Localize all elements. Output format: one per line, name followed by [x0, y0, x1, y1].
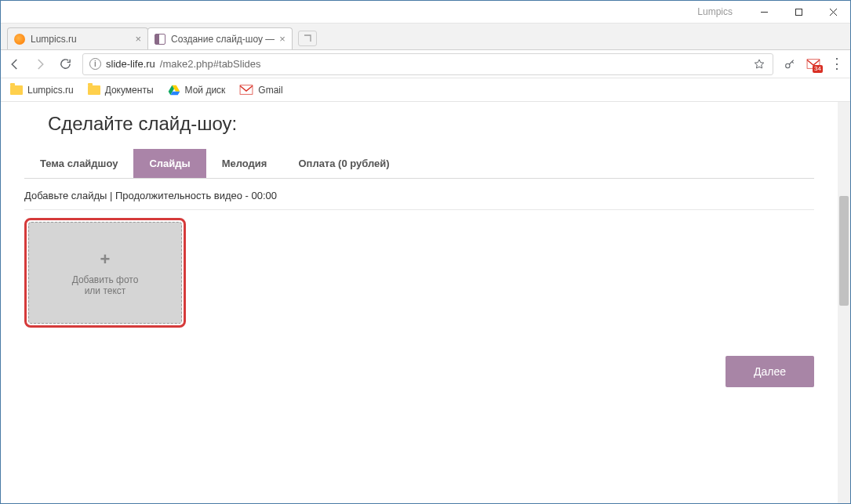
next-row: Далее [24, 356, 814, 387]
new-tab-button[interactable] [298, 31, 317, 46]
tab-theme[interactable]: Тема слайдшоу [24, 149, 133, 178]
tab-payment[interactable]: Оплата (0 рублей) [282, 149, 405, 178]
bookmark-lumpics[interactable]: Lumpics.ru [10, 85, 74, 96]
gmail-badge-count: 34 [813, 65, 823, 73]
browser-tab-lumpics[interactable]: Lumpics.ru × [7, 27, 148, 49]
minimize-button[interactable] [747, 1, 781, 24]
svg-rect-6 [240, 85, 253, 95]
tab-title: Lumpics.ru [31, 34, 130, 45]
window: Lumpics Lumpics.ru × Создание слайд-шоу … [0, 0, 851, 504]
back-button[interactable] [7, 56, 23, 72]
site-info-icon[interactable]: i [89, 58, 101, 70]
svg-point-4 [786, 63, 790, 67]
page-heading: Сделайте слайд-шоу: [48, 113, 814, 135]
page-content: Сделайте слайд-шоу: Тема слайдшоу Слайды… [1, 102, 838, 503]
tab-slides[interactable]: Слайды [133, 149, 205, 178]
site-icon [155, 34, 165, 45]
address-bar[interactable]: i slide-life.ru/make2.php#tabSlides [82, 53, 773, 75]
page-tabs: Тема слайдшоу Слайды Мелодия Оплата (0 р… [24, 149, 814, 179]
browser-tab-slideshow[interactable]: Создание слайд-шоу — × [147, 27, 293, 49]
tab-melody[interactable]: Мелодия [206, 149, 283, 178]
url-path: /make2.php#tabSlides [160, 58, 261, 70]
bookmark-documents[interactable]: Документы [88, 85, 154, 96]
svg-rect-1 [795, 9, 802, 15]
maximize-button[interactable] [781, 1, 816, 24]
bookmark-star-icon[interactable] [752, 57, 766, 71]
os-titlebar: Lumpics [1, 1, 850, 24]
site-icon [14, 34, 25, 45]
bookmark-label: Lumpics.ru [27, 85, 74, 96]
close-button[interactable] [816, 1, 850, 24]
bookmark-label: Gmail [258, 85, 282, 96]
reload-button[interactable] [57, 56, 73, 72]
browser-menu-button[interactable]: ⋮ [830, 57, 844, 71]
forward-button[interactable] [32, 56, 48, 72]
add-slide-highlight: + Добавить фото или текст [24, 218, 186, 328]
browser-tabstrip: Lumpics.ru × Создание слайд-шоу — × [1, 24, 850, 50]
vertical-scrollbar[interactable] [838, 102, 850, 503]
key-icon[interactable] [783, 57, 797, 71]
slides-subline: Добавьте слайды | Продолжительность виде… [24, 185, 814, 210]
bookmark-label: Документы [105, 85, 154, 96]
plus-icon: + [100, 249, 111, 270]
bookmark-label: Мой диск [185, 85, 226, 96]
bookmarks-bar: Lumpics.ru Документы Мой диск Gmail [1, 78, 850, 102]
folder-icon [88, 85, 100, 95]
add-slide-line1: Добавить фото [72, 274, 139, 285]
browser-toolbar: i slide-life.ru/make2.php#tabSlides 34 ⋮ [1, 50, 850, 78]
viewport: Сделайте слайд-шоу: Тема слайдшоу Слайды… [1, 102, 850, 503]
bookmark-drive[interactable]: Мой диск [168, 85, 226, 96]
url-host: slide-life.ru [106, 58, 155, 70]
window-title: Lumpics [697, 6, 733, 17]
close-tab-icon[interactable]: × [135, 34, 141, 44]
close-tab-icon[interactable]: × [279, 34, 285, 44]
gmail-extension-icon[interactable]: 34 [806, 57, 820, 71]
tab-title: Создание слайд-шоу — [171, 34, 275, 45]
gmail-icon [239, 85, 253, 95]
drive-icon [168, 85, 180, 96]
bookmark-gmail[interactable]: Gmail [239, 85, 282, 96]
add-slide-line2: или текст [85, 285, 126, 296]
folder-icon [10, 85, 23, 95]
add-slide-button[interactable]: + Добавить фото или текст [28, 222, 182, 324]
next-button[interactable]: Далее [726, 356, 814, 387]
scroll-thumb[interactable] [839, 196, 849, 306]
